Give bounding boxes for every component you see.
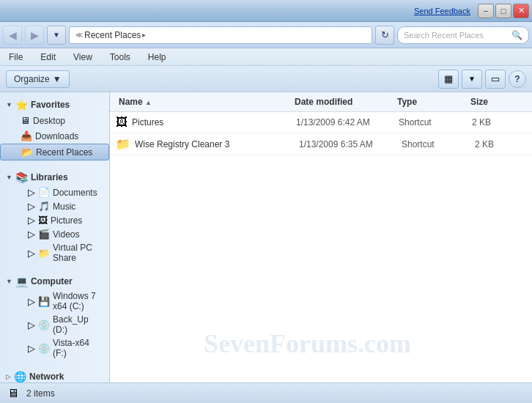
- view-grid-button[interactable]: ▦: [438, 70, 459, 89]
- col-type-label: Type: [397, 97, 417, 107]
- computer-label: Computer: [31, 276, 73, 286]
- menu-edit[interactable]: Edit: [37, 51, 59, 64]
- libraries-label: Libraries: [31, 172, 68, 182]
- libraries-icon: 📚: [15, 171, 28, 183]
- favorites-triangle: ▼: [6, 101, 12, 108]
- sidebar-item-d-drive[interactable]: ▷ 💿 Back_Up (D:): [0, 313, 109, 336]
- d-drive-icon: 💿: [38, 319, 50, 330]
- search-box[interactable]: Search Recent Places 🔍: [397, 26, 529, 44]
- f-drive-arrow: ▷: [28, 343, 35, 354]
- col-header-size[interactable]: Size: [468, 95, 519, 108]
- sidebar-item-music[interactable]: ▷ 🎵 Music: [0, 199, 109, 213]
- menu-view[interactable]: View: [70, 51, 95, 64]
- c-drive-label: Windows 7 x64 (C:): [53, 291, 103, 311]
- sidebar-item-f-drive[interactable]: ▷ 💿 Vista-x64 (F:): [0, 336, 109, 360]
- d-drive-arrow: ▷: [28, 319, 35, 330]
- sidebar-item-downloads[interactable]: 📥 Downloads: [0, 128, 109, 144]
- videos-label: Videos: [53, 229, 79, 240]
- sidebar-item-documents[interactable]: ▷ 📄 Documents: [0, 185, 109, 199]
- favorites-icon: ⭐: [15, 99, 28, 111]
- menu-file[interactable]: File: [6, 51, 26, 64]
- favorites-header[interactable]: ▼ ⭐ Favorites: [0, 97, 109, 113]
- minimize-button[interactable]: −: [478, 4, 494, 18]
- network-header[interactable]: ▷ 🌐 Network: [0, 369, 109, 382]
- virtualpc-icon: ▷: [28, 248, 35, 259]
- libraries-triangle: ▼: [6, 174, 12, 181]
- organize-arrow: ▼: [53, 74, 62, 84]
- virtualpc-label: Virtual PC Share: [53, 243, 103, 263]
- col-header-date[interactable]: Date modified: [292, 95, 394, 108]
- downloads-icon: 📥: [21, 130, 32, 141]
- menu-bar: File Edit View Tools Help: [0, 48, 532, 66]
- col-date-label: Date modified: [295, 97, 352, 107]
- col-size-label: Size: [470, 97, 488, 107]
- libraries-header[interactable]: ▼ 📚 Libraries: [0, 169, 109, 185]
- title-bar: Send Feedback − □ ✕: [0, 0, 532, 22]
- computer-section: ▼ 💻 Computer ▷ 💾 Windows 7 x64 (C:) ▷ 💿 …: [0, 273, 109, 360]
- sidebar-item-videos[interactable]: ▷ 🎬 Videos: [0, 227, 109, 241]
- sidebar-spacer2: [0, 267, 109, 273]
- col-header-name[interactable]: Name ▲: [116, 95, 292, 108]
- organize-button[interactable]: Organize ▼: [6, 70, 70, 88]
- toolbar: Organize ▼ ▦ ▼ ▭ ?: [0, 66, 532, 92]
- sidebar-item-pictures[interactable]: ▷ 🖼 Pictures: [0, 213, 109, 227]
- sidebar-spacer: [0, 163, 109, 169]
- documents-folder-icon: 📄: [38, 187, 50, 198]
- send-feedback-link[interactable]: Send Feedback: [414, 7, 470, 15]
- f-drive-label: Vista-x64 (F:): [53, 338, 103, 358]
- network-icon: 🌐: [14, 371, 26, 382]
- videos-icon: ▷: [28, 229, 35, 240]
- menu-help[interactable]: Help: [145, 51, 169, 64]
- maximize-button[interactable]: □: [495, 4, 511, 18]
- menu-tools[interactable]: Tools: [107, 51, 133, 64]
- recent-places-label: Recent Places: [36, 147, 92, 158]
- col-header-type[interactable]: Type: [394, 95, 468, 108]
- address-box[interactable]: ≪ Recent Places ▸: [69, 26, 372, 44]
- pictures-icon: ▷: [28, 215, 35, 226]
- file-1-size: 2 KB: [475, 139, 526, 149]
- computer-header[interactable]: ▼ 💻 Computer: [0, 273, 109, 289]
- network-label: Network: [29, 371, 64, 382]
- sidebar-item-c-drive[interactable]: ▷ 💾 Windows 7 x64 (C:): [0, 289, 109, 313]
- d-drive-label: Back_Up (D:): [53, 314, 103, 335]
- file-1-type: Shortcut: [402, 139, 475, 149]
- c-drive-icon: 💾: [38, 296, 50, 307]
- desktop-icon: 🖥: [21, 115, 30, 126]
- desktop-label: Desktop: [33, 116, 65, 126]
- file-0-type: Shortcut: [399, 117, 472, 127]
- help-button[interactable]: ?: [509, 70, 526, 88]
- breadcrumb-arrow: ▸: [142, 31, 146, 39]
- content-panel: Name ▲ Date modified Type Size 🖼 Picture…: [110, 92, 532, 382]
- close-button[interactable]: ✕: [513, 4, 529, 18]
- view-dropdown-button[interactable]: ▼: [462, 70, 482, 89]
- file-0-name: Pictures: [132, 117, 296, 127]
- forward-button[interactable]: ▶: [25, 26, 44, 45]
- back-button[interactable]: ◀: [3, 26, 22, 45]
- status-bar: 🖥 2 items: [0, 382, 532, 403]
- c-drive-arrow: ▷: [28, 296, 35, 307]
- music-folder-icon: 🎵: [38, 201, 50, 212]
- file-list: 🖼 Pictures 1/13/2009 6:42 AM Shortcut 2 …: [110, 112, 532, 382]
- sort-arrow: ▲: [145, 99, 152, 106]
- address-bar: ◀ ▶ ▼ ≪ Recent Places ▸ ↻ Search Recent …: [0, 22, 532, 48]
- network-section: ▷ 🌐 Network: [0, 369, 109, 382]
- toolbar-right: ▦ ▼ ▭ ?: [438, 70, 526, 89]
- preview-pane-button[interactable]: ▭: [485, 70, 506, 89]
- refresh-button[interactable]: ↻: [375, 26, 394, 45]
- status-icon: 🖥: [7, 387, 19, 400]
- table-row[interactable]: 📁 Wise Registry Cleaner 3 1/13/2009 6:35…: [110, 133, 532, 155]
- recent-button[interactable]: ▼: [47, 26, 66, 45]
- videos-folder-icon: 🎬: [38, 229, 50, 240]
- status-text: 2 items: [26, 388, 55, 399]
- sidebar-item-desktop[interactable]: 🖥 Desktop: [0, 113, 109, 128]
- file-0-icon: 🖼: [116, 116, 128, 129]
- libraries-section: ▼ 📚 Libraries ▷ 📄 Documents ▷ 🎵 Music ▷ …: [0, 169, 109, 265]
- file-0-size: 2 KB: [472, 117, 523, 127]
- favorites-label: Favorites: [31, 100, 70, 110]
- music-icon: ▷: [28, 201, 35, 212]
- downloads-label: Downloads: [35, 131, 78, 141]
- pictures-folder-icon: 🖼: [38, 215, 48, 226]
- table-row[interactable]: 🖼 Pictures 1/13/2009 6:42 AM Shortcut 2 …: [110, 112, 532, 133]
- sidebar-item-virtualpc[interactable]: ▷ 📁 Virtual PC Share: [0, 241, 109, 265]
- sidebar-item-recent-places[interactable]: 📂 Recent Places: [0, 144, 109, 160]
